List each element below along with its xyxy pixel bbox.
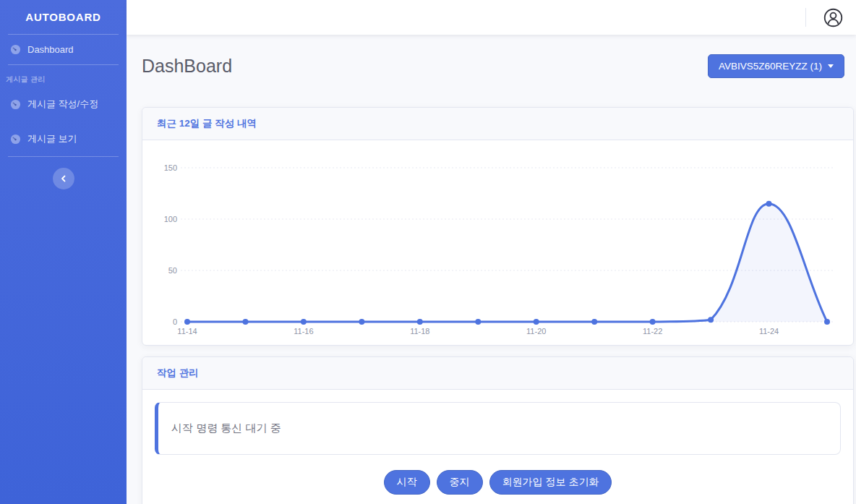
task-status-message: 시작 명령 통신 대기 중 <box>171 422 281 434</box>
page-title: DashBoard <box>142 56 232 77</box>
account-dropdown-label: AVBIVS5Z60REYZZ (1) <box>719 61 822 72</box>
recent-posts-card-header: 최근 12일 글 작성 내역 <box>142 108 853 140</box>
app-root: AUTOBOARD Dashboard 게시글 관리 게시글 작성/수정 게시글… <box>0 0 856 504</box>
task-button-row: 시작 중지 회원가입 정보 초기화 <box>155 470 841 495</box>
start-button[interactable]: 시작 <box>384 470 430 495</box>
recent-posts-card: 최근 12일 글 작성 내역 05010015011-1411-1611-181… <box>142 107 854 346</box>
main-column: DashBoard AVBIVS5Z60REYZZ (1) 최근 12일 글 작… <box>127 0 856 504</box>
topbar-divider <box>805 8 806 27</box>
svg-text:100: 100 <box>164 215 177 223</box>
tachometer-icon <box>10 99 21 110</box>
account-dropdown-button[interactable]: AVBIVS5Z60REYZZ (1) <box>708 54 844 78</box>
recent-posts-chart-body: 05010015011-1411-1611-1811-2011-2211-24 <box>142 140 853 345</box>
caret-down-icon <box>828 64 834 68</box>
stop-button[interactable]: 중지 <box>437 470 483 495</box>
sidebar-item-post-write-edit[interactable]: 게시글 작성/수정 <box>0 87 127 121</box>
content-area: DashBoard AVBIVS5Z60REYZZ (1) 최근 12일 글 작… <box>127 35 856 504</box>
sidebar: AUTOBOARD Dashboard 게시글 관리 게시글 작성/수정 게시글… <box>0 0 127 504</box>
task-card-header: 작업 관리 <box>142 357 853 390</box>
sidebar-item-dashboard[interactable]: Dashboard <box>0 35 127 64</box>
task-management-card: 작업 관리 시작 명령 통신 대기 중 시작 중지 회원가입 정보 초기화 <box>142 356 854 504</box>
recent-posts-line-chart: 05010015011-1411-1611-1811-2011-2211-24 <box>153 148 842 342</box>
svg-text:11-18: 11-18 <box>410 327 429 336</box>
sidebar-item-label: 게시글 작성/수정 <box>27 98 98 111</box>
svg-text:50: 50 <box>168 266 177 275</box>
sidebar-section-heading: 게시글 관리 <box>0 65 127 87</box>
svg-text:11-20: 11-20 <box>526 327 546 336</box>
user-circle-icon <box>823 8 843 27</box>
sidebar-collapse-button[interactable] <box>53 168 74 189</box>
brand-logo[interactable]: AUTOBOARD <box>0 0 127 34</box>
reset-signup-info-button[interactable]: 회원가입 정보 초기화 <box>489 470 612 495</box>
task-card-body: 시작 명령 통신 대기 중 시작 중지 회원가입 정보 초기화 <box>142 390 853 504</box>
svg-text:11-22: 11-22 <box>643 327 662 336</box>
tachometer-icon <box>10 44 21 55</box>
sidebar-item-label: 게시글 보기 <box>27 132 77 145</box>
topbar <box>127 0 856 35</box>
task-status-box: 시작 명령 통신 대기 중 <box>155 402 841 455</box>
chevron-left-icon <box>60 175 67 182</box>
svg-text:0: 0 <box>173 317 177 326</box>
sidebar-divider <box>8 156 119 157</box>
svg-text:11-14: 11-14 <box>177 327 197 336</box>
page-header-row: DashBoard AVBIVS5Z60REYZZ (1) <box>142 54 854 78</box>
sidebar-item-label: Dashboard <box>27 44 74 55</box>
sidebar-item-post-view[interactable]: 게시글 보기 <box>0 121 127 156</box>
svg-text:11-24: 11-24 <box>759 327 779 336</box>
svg-text:11-16: 11-16 <box>294 327 313 336</box>
sidebar-toggle-wrap <box>0 168 127 189</box>
svg-text:150: 150 <box>164 163 177 172</box>
user-menu-button[interactable] <box>823 8 843 27</box>
tachometer-icon <box>10 134 21 145</box>
